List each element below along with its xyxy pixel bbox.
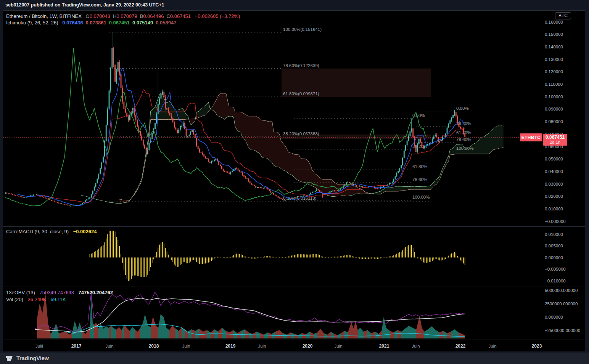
fib-level-label: 78.60%(0.122639) [283, 63, 319, 68]
ichimoku-value: 0.076436 [62, 20, 83, 26]
ichimoku-label[interactable]: Ichimoku (9, 26, 52, 26) [6, 20, 58, 26]
time-axis-label-2021[interactable]: 2021 [379, 343, 389, 349]
price-axis-label[interactable]: 0.030000 [545, 182, 563, 186]
publish-header-text: seb012007 published on TradingView.com, … [5, 2, 164, 8]
macd-axis-label[interactable]: 0.010000 [545, 232, 563, 237]
price-axis-label[interactable]: 0.090000 [545, 107, 563, 111]
macd-legend[interactable]: CarréMACD (9, 30, close, 9) −0.002624 [6, 229, 97, 234]
ohlc-values: O0.070043H0.070079B0.064496C0.067451 [83, 13, 191, 19]
ohlc-value: 0.067451 [170, 13, 191, 19]
fib-level-label: 0.00% [456, 106, 469, 111]
obv-legend[interactable]: 13eOBV (13) 750349.747693 747520.204762 [6, 290, 113, 295]
price-axis-label[interactable]: 0.140000 [545, 45, 563, 49]
price-axis-label[interactable]: 0.050000 [545, 157, 563, 161]
time-axis-label-2022[interactable]: 2022 [455, 343, 466, 349]
price-axis-label[interactable]: 0.040000 [545, 169, 563, 174]
fib-level-label: 38.20%(0.067888) [283, 131, 319, 136]
tradingview-logo-icon[interactable] [5, 354, 13, 362]
fib-level-label: 100.00%(0.151641) [283, 27, 322, 32]
volume-area-down [109, 326, 111, 338]
footer-bar: TradingView [0, 353, 589, 364]
main-symbol-legend[interactable]: Ethereum / Bitcoin, 1W, BITFINEX O0.0700… [6, 13, 240, 19]
time-axis-label-2018[interactable]: 2018 [149, 343, 159, 349]
obv-title[interactable]: 13eOBV (13) [6, 290, 35, 295]
macd-axis-label[interactable]: −0.010000 [545, 279, 566, 283]
symbol-price-flag: ETHBTC [520, 133, 542, 141]
obv-axis-label[interactable]: 5000000.000000 [545, 288, 578, 293]
time-axis-label-juin[interactable]: Juin [488, 344, 496, 348]
time-axis-label-2017[interactable]: 2017 [71, 343, 82, 349]
time-axis-label-juin[interactable]: Juin [182, 344, 190, 348]
price-axis-label[interactable]: 0.110000 [545, 82, 563, 87]
ichimoku-values: 0.0764360.0738610.0674510.0751490.058947 [60, 20, 176, 26]
currency-badge[interactable]: BTC [555, 12, 571, 19]
ohlc-value: 0.064496 [143, 13, 164, 19]
ichimoku-legend[interactable]: Ichimoku (9, 26, 52, 26) 0.0764360.07386… [6, 20, 176, 26]
tradingview-published-chart: 100.00%(0.151641)78.60%(0.122639)61.80%(… [0, 0, 589, 364]
volume-area-up [241, 329, 245, 338]
volume-legend[interactable]: Vol (20) 36.249K 69.11K [6, 297, 66, 302]
volume-value: 36.249K [27, 297, 46, 302]
fib-level-label: 61.80% [412, 164, 427, 169]
obv-axis-label[interactable]: 2500000.000000 [545, 301, 578, 306]
ohlc-key: C [166, 13, 170, 19]
macd-axis-label[interactable]: −0.005000 [545, 267, 566, 271]
tradingview-brand-text[interactable]: TradingView [16, 355, 49, 361]
ohlc-key: H [113, 13, 116, 19]
ichimoku-value: 0.073861 [85, 20, 106, 26]
volume-ma-value: 69.11K [51, 297, 66, 302]
bar-countdown: 2d 1h [550, 140, 560, 145]
price-axis-label[interactable]: 0.150000 [545, 32, 563, 37]
price-axis-label[interactable]: 0.160000 [545, 20, 563, 24]
macd-value: −0.002624 [73, 229, 97, 234]
ichimoku-value: 0.058947 [156, 20, 176, 26]
macd-title[interactable]: CarréMACD (9, 30, close, 9) [6, 229, 69, 234]
time-axis-label-2023[interactable]: 2023 [532, 343, 542, 349]
price-axis-label[interactable]: −0.000000 [545, 219, 566, 224]
time-axis-label-juill[interactable]: Juill [35, 344, 43, 348]
obv-axis-label[interactable]: 0.000000 [545, 315, 563, 319]
price-axis-label[interactable]: 0.120000 [545, 69, 563, 74]
price-axis-label[interactable]: 0.130000 [545, 57, 563, 62]
publish-header: seb012007 published on TradingView.com, … [0, 0, 589, 10]
ohlc-value: 0.070079 [116, 13, 137, 19]
macd-axis-label[interactable]: 0.000000 [545, 255, 563, 260]
time-axis-label-juin[interactable]: Juin [105, 344, 113, 348]
time-axis-label-juin[interactable]: Juin [334, 344, 342, 348]
ohlc-key: O [86, 13, 90, 19]
price-axis-label[interactable]: 0.100000 [545, 95, 563, 99]
fib-level-label: 61.80%(0.099871) [283, 91, 319, 96]
last-price-value: 0.067451 [546, 135, 565, 140]
ichimoku-value: 0.075149 [132, 20, 153, 26]
symbol-price-flag-text: ETHBTC [521, 135, 541, 140]
price-axis-label[interactable]: 0.080000 [545, 119, 563, 124]
price-axis-label[interactable]: 0.020000 [545, 194, 563, 199]
volume-title[interactable]: Vol (20) [6, 297, 23, 302]
fib-level-label: 78.60% [412, 177, 427, 182]
macd-axis-label[interactable]: 0.005000 [545, 244, 563, 248]
fib-level-label: 78.60% [456, 137, 471, 142]
time-axis-label-2020[interactable]: 2020 [303, 343, 313, 349]
symbol-title[interactable]: Ethereum / Bitcoin, 1W, BITFINEX [6, 13, 82, 19]
price-axis-label[interactable]: 0.010000 [545, 207, 563, 211]
obv-axis-label[interactable]: −2500000.000000 [545, 328, 580, 333]
ohlc-key: B [140, 13, 143, 19]
fib-level-label: 100.00% [412, 195, 430, 199]
ichimoku-value: 0.067451 [109, 20, 130, 26]
time-axis-label-2019[interactable]: 2019 [225, 343, 236, 349]
last-price-axis-tag: 0.067451 2d 1h [543, 134, 567, 146]
chart-canvas[interactable]: 100.00%(0.151641)78.60%(0.122639)61.80%(… [0, 0, 589, 364]
time-axis-label-juin[interactable]: Juin [258, 344, 266, 348]
obv-raw-value: 750349.747693 [40, 290, 74, 295]
time-axis-label-juin[interactable]: Juin [412, 344, 420, 348]
change-value: −0.002605 (−3.72%) [195, 13, 240, 19]
obv-smooth-value: 747520.204762 [79, 290, 113, 295]
ohlc-value: 0.070043 [90, 13, 110, 19]
